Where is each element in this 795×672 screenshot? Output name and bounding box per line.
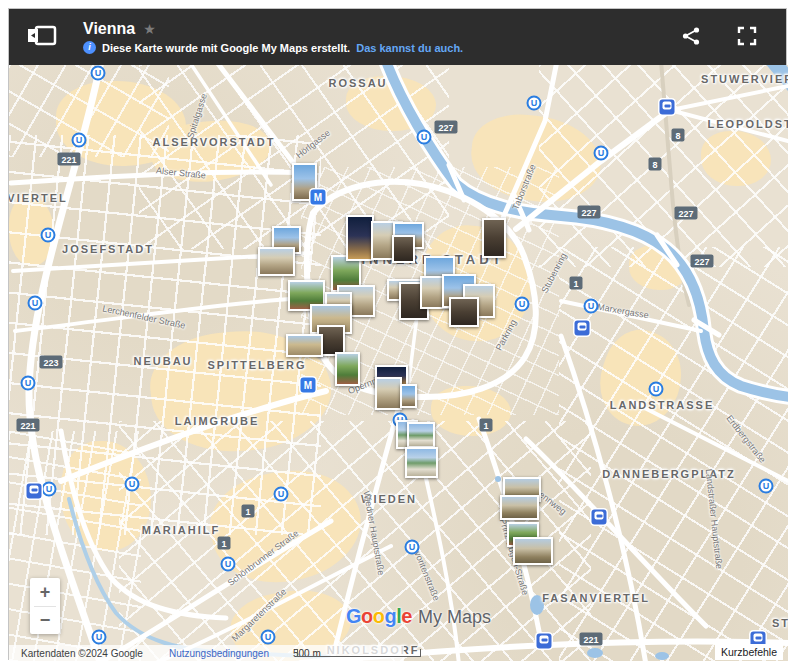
ubahn-station-icon: U xyxy=(92,630,107,645)
route-shield: 227 xyxy=(690,255,713,268)
map-roads-water xyxy=(9,65,788,661)
google-logo: Google xyxy=(346,605,412,628)
route-shield: 1 xyxy=(479,419,492,432)
ubahn-station-icon: U xyxy=(91,66,106,81)
photo-marker[interactable] xyxy=(449,297,479,327)
metro-entrance-icon: M xyxy=(301,378,316,393)
district-label: DANNEBERGPLATZ xyxy=(602,468,736,480)
my-maps-embed: Vienna ★ i Diese Karte wurde mit Google … xyxy=(8,8,787,660)
share-button[interactable] xyxy=(680,26,702,48)
route-shield: 221 xyxy=(579,633,602,646)
info-icon: i xyxy=(83,41,96,54)
ubahn-station-icon: U xyxy=(28,296,43,311)
fullscreen-button[interactable] xyxy=(736,26,758,48)
ubahn-station-icon: U xyxy=(125,477,140,492)
ubahn-station-icon: U xyxy=(584,299,599,314)
district-label: LEOPOLDSTADT xyxy=(707,118,788,130)
route-shield: 221 xyxy=(16,419,39,432)
route-shield: 227 xyxy=(674,207,697,220)
side-panel-icon xyxy=(27,24,57,51)
ubahn-station-icon: U xyxy=(515,297,530,312)
district-label: LAIMGRUBE xyxy=(175,415,260,427)
district-label: JOSEFSTADT xyxy=(62,243,154,255)
district-label: NEUBAU xyxy=(133,355,192,367)
map-canvas[interactable]: ROSSAUALSERVORSTADTIVIERTELJOSEFSTADTINN… xyxy=(9,65,788,661)
district-label: STUWERVIERTEL xyxy=(701,73,788,85)
route-shield: 227 xyxy=(434,121,457,134)
route-shield: 223 xyxy=(39,356,62,369)
ubahn-station-icon: U xyxy=(221,557,236,572)
route-shield: 1 xyxy=(241,505,254,518)
photo-marker[interactable] xyxy=(405,447,438,478)
star-icon[interactable]: ★ xyxy=(143,22,156,36)
info-text: Diese Karte wurde mit Google My Maps ers… xyxy=(102,42,350,54)
ubahn-station-icon: U xyxy=(649,382,664,397)
side-panel-toggle-button[interactable] xyxy=(25,22,59,52)
photo-marker[interactable] xyxy=(286,334,323,357)
ubahn-station-icon: U xyxy=(72,133,87,148)
route-shield: 1 xyxy=(569,277,582,290)
map-attribution: Kartendaten ©2024 Google xyxy=(21,648,143,659)
share-icon xyxy=(681,34,701,49)
district-label: LANDSTRASSE xyxy=(610,399,715,411)
district-label: ST xyxy=(772,617,788,629)
district-label: IVIERTEL xyxy=(9,192,68,204)
zoom-control: + − xyxy=(30,578,60,634)
photo-marker[interactable] xyxy=(407,422,435,448)
ubahn-station-icon: U xyxy=(405,540,420,555)
photo-marker[interactable] xyxy=(375,377,402,410)
zoom-out-button[interactable]: − xyxy=(30,607,60,635)
district-label: FASANVIERTEL xyxy=(542,592,650,604)
zoom-in-button[interactable]: + xyxy=(30,578,60,606)
train-station-icon xyxy=(537,634,552,649)
photo-marker[interactable] xyxy=(482,218,506,258)
district-label: MARIAHILF xyxy=(142,524,221,536)
district-label: SPITTELBERG xyxy=(207,359,306,371)
photo-marker[interactable] xyxy=(346,215,374,261)
photo-marker[interactable] xyxy=(258,247,295,276)
photo-marker[interactable] xyxy=(392,235,415,263)
train-station-icon xyxy=(660,100,675,115)
my-maps-label: My Maps xyxy=(418,607,491,628)
route-shield: 8 xyxy=(648,158,661,171)
metro-entrance-icon: M xyxy=(311,190,326,205)
fullscreen-icon xyxy=(737,34,757,49)
train-station-icon xyxy=(27,484,42,499)
scale-bar xyxy=(297,649,421,657)
map-title: Vienna xyxy=(83,20,135,38)
map-header: Vienna ★ i Diese Karte wurde mit Google … xyxy=(9,9,786,65)
photo-marker[interactable] xyxy=(500,495,539,520)
photo-marker[interactable] xyxy=(335,352,360,386)
district-label: ALSERVORSTADT xyxy=(153,136,276,148)
ubahn-station-icon: U xyxy=(42,482,57,497)
ubahn-station-icon: U xyxy=(274,487,289,502)
ubahn-station-icon: U xyxy=(759,479,774,494)
ubahn-station-icon: U xyxy=(261,630,276,645)
google-my-maps-watermark: Google My Maps xyxy=(346,605,491,628)
train-station-icon xyxy=(592,510,607,525)
photo-marker[interactable] xyxy=(513,537,553,565)
route-shield: 8 xyxy=(671,129,684,142)
train-station-icon xyxy=(575,321,590,336)
create-map-link[interactable]: Das kannst du auch. xyxy=(356,42,463,54)
keyboard-shortcuts-button[interactable]: Kurzbefehle xyxy=(715,644,783,660)
district-label: ROSSAU xyxy=(328,77,387,89)
route-shield: 1 xyxy=(217,537,230,550)
ubahn-station-icon: U xyxy=(527,96,542,111)
ubahn-station-icon: U xyxy=(21,376,36,391)
route-shield: 221 xyxy=(57,153,80,166)
terms-link[interactable]: Nutzungsbedingungen xyxy=(169,648,269,659)
ubahn-station-icon: U xyxy=(594,146,609,161)
photo-marker[interactable] xyxy=(400,384,417,408)
ubahn-station-icon: U xyxy=(41,228,56,243)
ubahn-station-icon: U xyxy=(417,130,432,145)
route-shield: 227 xyxy=(577,206,600,219)
